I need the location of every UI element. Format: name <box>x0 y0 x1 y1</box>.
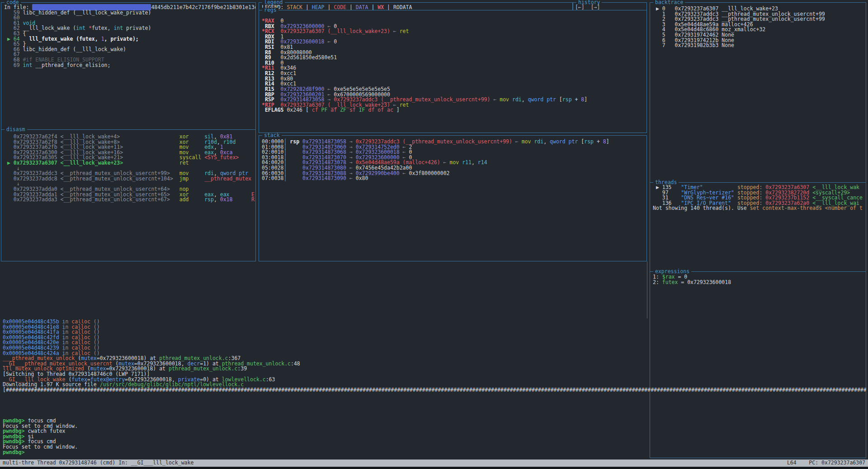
history-forward-button[interactable]: [→] <box>591 4 600 10</box>
bottom-strip <box>0 467 868 469</box>
stack-listing: 00:0000│ rsp 0x729314873058 → 0x7293237a… <box>259 136 646 261</box>
backtrace-panel: backtrace ▶ 0 0x7293237a6307 __lll_lock_… <box>650 2 866 182</box>
terminal-output: 0x00005e04d48c435b in calloc ()0x00005e0… <box>3 319 866 393</box>
history-controls: [←] [→] <box>573 3 646 10</box>
disasm-panel: disasm 0x7293237a62f4 <__lll_lock_wake+4… <box>1 129 256 261</box>
legend-panel: legend LEGEND: STACK | HEAP | CODE | DAT… <box>259 2 573 10</box>
backtrace-frames: ▶ 0 0x7293237a6307 __lll_lock_wake+23 1 … <box>650 3 866 182</box>
status-bar: multi-thre Thread 0x7293148746 (cmd) In:… <box>0 460 868 467</box>
disasm-listing: 0x7293237a62f4 <__lll_lock_wake+4> xor s… <box>1 130 255 261</box>
terminal-prompt-area[interactable]: pwndbg> focus cmdFocus set to cmd window… <box>3 418 866 455</box>
status-bar-right: L64 PC: 0x7293237a6307 <box>787 460 865 466</box>
history-back-button[interactable]: [←] <box>575 4 585 10</box>
registers-panel: regs *RAX 0 RBX 0x729323600000 ← 0*RCX 0… <box>259 10 647 133</box>
stack-panel: stack 00:0000│ rsp 0x729314873058 → 0x72… <box>259 135 647 261</box>
border-segment <box>647 261 647 318</box>
history-gap <box>585 4 591 10</box>
registers-list: *RAX 0 RBX 0x729323600000 ← 0*RCX 0x7293… <box>259 10 646 133</box>
code-source-text: In file: 4845db211e7b42c7176f9be21b8301e… <box>1 3 255 129</box>
threads-panel: threads ▶ 135 "Timer" stopped: 0x7293237… <box>650 182 866 271</box>
history-panel: history [←] [→] <box>573 2 647 10</box>
legend-text: LEGEND: STACK | HEAP | CODE | DATA | WX … <box>259 3 572 10</box>
code-panel: code In file: 4845db211e7b42c7176f9be21b… <box>1 2 256 129</box>
threads-list: ▶ 135 "Timer" stopped: 0x7293237a6307 <_… <box>650 183 866 271</box>
status-bar-left: multi-thre Thread 0x7293148746 (cmd) In:… <box>3 460 193 466</box>
